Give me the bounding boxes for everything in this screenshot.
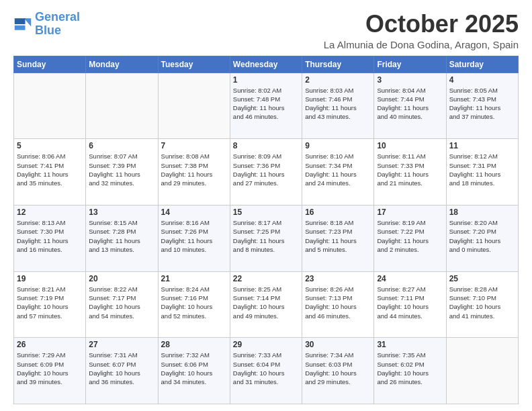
day-info: Sunrise: 7:34 AMSunset: 6:03 PMDaylight:… [305,351,371,386]
day-info: Sunrise: 8:21 AMSunset: 7:19 PMDaylight:… [17,285,83,320]
calendar-cell-w1-d1: 6Sunrise: 8:07 AMSunset: 7:39 PMDaylight… [86,139,158,205]
day-number: 27 [89,340,154,349]
day-number: 14 [161,208,227,217]
day-number: 16 [305,208,371,217]
day-info: Sunrise: 8:12 AMSunset: 7:31 PMDaylight:… [449,152,515,187]
day-number: 23 [305,274,371,283]
svg-rect-2 [15,18,26,24]
day-number: 6 [89,141,154,150]
calendar-cell-w3-d1: 20Sunrise: 8:22 AMSunset: 7:17 PMDayligh… [86,271,158,338]
day-info: Sunrise: 8:05 AMSunset: 7:43 PMDaylight:… [449,86,515,122]
calendar-cell-w4-d0: 26Sunrise: 7:29 AMSunset: 6:09 PMDayligh… [14,338,86,404]
week-row-2: 12Sunrise: 8:13 AMSunset: 7:30 PMDayligh… [14,205,519,271]
title-block: October 2025 La Almunia de Dona Godina, … [324,11,519,50]
day-number: 11 [449,141,515,150]
day-info: Sunrise: 8:22 AMSunset: 7:17 PMDaylight:… [89,285,154,320]
day-info: Sunrise: 8:02 AMSunset: 7:48 PMDaylight:… [233,86,299,122]
day-info: Sunrise: 8:18 AMSunset: 7:23 PMDaylight:… [305,218,371,254]
week-row-4: 26Sunrise: 7:29 AMSunset: 6:09 PMDayligh… [14,338,519,404]
day-number: 1 [233,75,299,85]
calendar-cell-w2-d0: 12Sunrise: 8:13 AMSunset: 7:30 PMDayligh… [14,205,86,271]
day-info: Sunrise: 7:29 AMSunset: 6:09 PMDaylight:… [17,351,83,386]
calendar-cell-w4-d2: 28Sunrise: 7:32 AMSunset: 6:06 PMDayligh… [158,338,230,404]
day-number: 26 [17,340,83,349]
calendar-cell-w1-d3: 8Sunrise: 8:09 AMSunset: 7:36 PMDaylight… [230,139,302,205]
day-info: Sunrise: 7:31 AMSunset: 6:07 PMDaylight:… [89,351,154,386]
calendar-cell-w3-d3: 22Sunrise: 8:25 AMSunset: 7:14 PMDayligh… [230,271,302,338]
calendar-cell-w3-d2: 21Sunrise: 8:24 AMSunset: 7:16 PMDayligh… [158,271,230,338]
day-info: Sunrise: 8:15 AMSunset: 7:28 PMDaylight:… [89,218,154,254]
calendar-cell-w4-d6 [446,338,518,404]
svg-rect-3 [15,26,26,30]
header-tuesday: Tuesday [158,56,230,73]
logo-blue: Blue [35,24,61,37]
day-number: 2 [305,75,371,85]
calendar-cell-w3-d6: 25Sunrise: 8:28 AMSunset: 7:10 PMDayligh… [446,271,518,338]
logo-general: General [35,10,80,24]
day-info: Sunrise: 8:25 AMSunset: 7:14 PMDaylight:… [233,285,299,320]
day-number: 19 [17,274,83,283]
day-info: Sunrise: 7:33 AMSunset: 6:04 PMDaylight:… [233,351,299,386]
calendar-cell-w2-d1: 13Sunrise: 8:15 AMSunset: 7:28 PMDayligh… [86,205,158,271]
day-number: 5 [17,141,83,150]
location-title: La Almunia de Dona Godina, Aragon, Spain [324,39,519,50]
day-info: Sunrise: 7:35 AMSunset: 6:02 PMDaylight:… [377,351,443,386]
logo: General Blue [13,11,80,38]
day-info: Sunrise: 8:08 AMSunset: 7:38 PMDaylight:… [161,152,227,187]
calendar-cell-w4-d1: 27Sunrise: 7:31 AMSunset: 6:07 PMDayligh… [86,338,158,404]
month-title: October 2025 [324,11,519,38]
week-row-3: 19Sunrise: 8:21 AMSunset: 7:19 PMDayligh… [14,271,519,338]
header-thursday: Thursday [302,56,374,73]
calendar-cell-w1-d6: 11Sunrise: 8:12 AMSunset: 7:31 PMDayligh… [446,139,518,205]
day-info: Sunrise: 8:24 AMSunset: 7:16 PMDaylight:… [161,285,227,320]
calendar-cell-w4-d5: 31Sunrise: 7:35 AMSunset: 6:02 PMDayligh… [374,338,446,404]
day-number: 4 [449,75,515,85]
calendar-cell-w2-d5: 17Sunrise: 8:19 AMSunset: 7:22 PMDayligh… [374,205,446,271]
calendar-cell-w0-d0 [14,73,86,139]
header-friday: Friday [374,56,446,73]
header-sunday: Sunday [14,56,86,73]
calendar-cell-w2-d6: 18Sunrise: 8:20 AMSunset: 7:20 PMDayligh… [446,205,518,271]
calendar-cell-w1-d2: 7Sunrise: 8:08 AMSunset: 7:38 PMDaylight… [158,139,230,205]
day-info: Sunrise: 8:17 AMSunset: 7:25 PMDaylight:… [233,218,299,254]
day-number: 29 [233,340,299,349]
day-info: Sunrise: 8:04 AMSunset: 7:44 PMDaylight:… [377,86,443,122]
day-number: 22 [233,274,299,283]
day-info: Sunrise: 8:11 AMSunset: 7:33 PMDaylight:… [377,152,443,187]
day-number: 7 [161,141,227,150]
header: General Blue October 2025 La Almunia de … [13,11,519,50]
calendar-cell-w3-d5: 24Sunrise: 8:27 AMSunset: 7:11 PMDayligh… [374,271,446,338]
day-info: Sunrise: 8:20 AMSunset: 7:20 PMDaylight:… [449,218,515,254]
calendar-cell-w3-d0: 19Sunrise: 8:21 AMSunset: 7:19 PMDayligh… [14,271,86,338]
calendar-cell-w3-d4: 23Sunrise: 8:26 AMSunset: 7:13 PMDayligh… [302,271,374,338]
calendar-cell-w0-d4: 2Sunrise: 8:03 AMSunset: 7:46 PMDaylight… [302,73,374,139]
day-number: 13 [89,208,154,217]
day-number: 31 [377,340,443,349]
day-info: Sunrise: 8:13 AMSunset: 7:30 PMDaylight:… [17,218,83,254]
day-number: 9 [305,141,371,150]
page: General Blue October 2025 La Almunia de … [0,0,532,411]
week-row-1: 5Sunrise: 8:06 AMSunset: 7:41 PMDaylight… [14,139,519,205]
calendar-cell-w4-d3: 29Sunrise: 7:33 AMSunset: 6:04 PMDayligh… [230,338,302,404]
weekday-header-row: Sunday Monday Tuesday Wednesday Thursday… [14,56,519,73]
day-number: 28 [161,340,227,349]
calendar-cell-w1-d5: 10Sunrise: 8:11 AMSunset: 7:33 PMDayligh… [374,139,446,205]
calendar-cell-w0-d1 [86,73,158,139]
header-wednesday: Wednesday [230,56,302,73]
day-info: Sunrise: 8:09 AMSunset: 7:36 PMDaylight:… [233,152,299,187]
week-row-0: 1Sunrise: 8:02 AMSunset: 7:48 PMDaylight… [14,73,519,139]
header-saturday: Saturday [446,56,518,73]
day-number: 15 [233,208,299,217]
day-number: 25 [449,274,515,283]
day-info: Sunrise: 8:16 AMSunset: 7:26 PMDaylight:… [161,218,227,254]
calendar-cell-w0-d2 [158,73,230,139]
calendar-cell-w2-d4: 16Sunrise: 8:18 AMSunset: 7:23 PMDayligh… [302,205,374,271]
day-number: 12 [17,208,83,217]
day-number: 3 [377,75,443,85]
day-info: Sunrise: 8:27 AMSunset: 7:11 PMDaylight:… [377,285,443,320]
calendar-cell-w1-d4: 9Sunrise: 8:10 AMSunset: 7:34 PMDaylight… [302,139,374,205]
calendar-cell-w0-d6: 4Sunrise: 8:05 AMSunset: 7:43 PMDaylight… [446,73,518,139]
day-number: 17 [377,208,443,217]
day-info: Sunrise: 8:26 AMSunset: 7:13 PMDaylight:… [305,285,371,320]
day-info: Sunrise: 8:19 AMSunset: 7:22 PMDaylight:… [377,218,443,254]
